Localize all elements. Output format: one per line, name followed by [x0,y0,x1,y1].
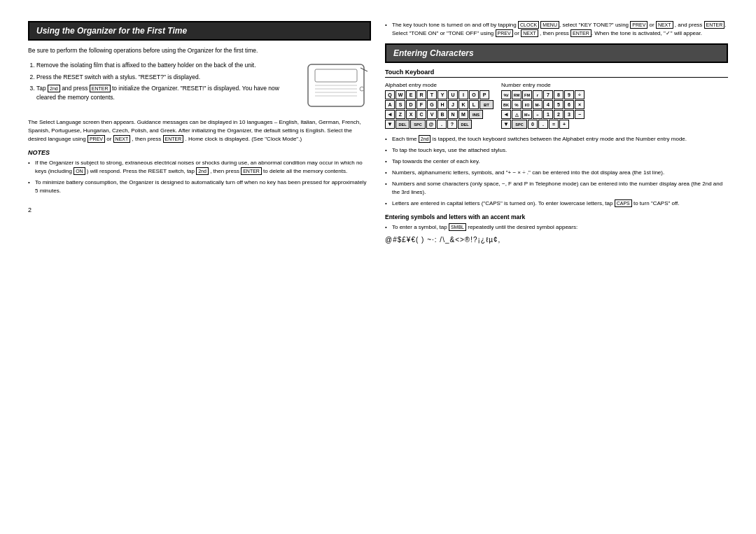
nkey-plus: + [559,120,569,129]
key-z: Z [396,110,405,119]
kb-bullet-5: Numbers and some characters (only space,… [385,180,728,197]
nkey-9: 9 [564,90,574,99]
key-left: ◄ [385,110,395,119]
key-g: G [427,100,437,109]
number-label: Number entry mode [501,82,585,88]
kbd-prev-2: PREV [630,21,648,29]
kbd-next-2: NEXT [656,21,673,29]
key-q: Q [385,90,395,99]
key-y: Y [438,90,447,99]
step-3: Tap 2nd and press ENTER to initialize th… [36,84,294,102]
page-container: Using the Organizer for the First Time B… [28,21,728,244]
right-intro-bullet-1: The key touch tone is turned on and off … [385,21,728,38]
key-del2-a: DEL [458,120,472,129]
nkey-pct2: % [512,100,522,109]
key-n: N [448,110,458,119]
intro-text: Be sure to perform the following operati… [28,46,371,55]
right-title: Entering Characters [393,48,474,58]
body-text: The Select Language screen then appears.… [28,118,371,143]
kbd-enter-2: ENTER [163,135,184,143]
nkey-minus: − [575,110,584,119]
kb-bullet-3: Tap towards the center of each key. [385,157,728,166]
key-v: V [427,110,437,119]
device-image-area [301,61,371,118]
key-o: O [469,90,479,99]
kbd-enter-1: ENTER [90,85,111,92]
symbol-row: @#$£¥€( ) ~·: /\_&<>®!?¡¿ℓµ¢, [385,236,728,244]
key-p: P [479,90,489,99]
nkey-3: 3 [564,110,574,119]
kb-bullet-1: Each time 2nd is tapped, the touch keybo… [385,135,728,143]
key-question: ? [447,120,457,129]
kbd-enter-5: ENTER [570,29,592,37]
left-section-header: Using the Organizer for the First Time [28,21,371,41]
number-keyboard: Number entry mode %/ RM FM r 7 8 9 ÷ [501,82,585,129]
alpha-label: Alphabet entry mode [385,82,494,88]
accent-section-title: Entering symbols and letters with an acc… [385,213,728,220]
kbd-2nd-3: 2nd [419,135,431,143]
key-r: R [416,90,426,99]
accent-bullet-1: To enter a symbol, tap SMBL repeatedly u… [385,223,728,232]
alpha-row-1: Q W E R T Y U I O P [385,90,494,99]
key-d: D [406,100,416,109]
key-a: A [385,100,395,109]
svg-point-6 [360,87,364,91]
nkey-0: 0 [528,120,538,129]
num-row-3: ◄ △ M+ ÷ 1 2 3 − [501,110,585,119]
kbd-smbl: SMBL [449,223,466,231]
step-1: Remove the isolating film that is affixe… [36,61,294,70]
kbd-menu: MENU [540,21,559,29]
key-dot-a: . [437,120,447,129]
key-l: L [469,100,479,109]
key-bksp: BT [479,100,493,109]
kbd-on: ON [74,167,85,175]
page-number: 2 [28,206,371,213]
nkey-left: ◄ [501,110,511,119]
nkey-8: 8 [554,90,564,99]
nkey-io: I/O [522,100,532,109]
nkey-eq: = [549,120,559,129]
keyboard-bullets: Each time 2nd is tapped, the touch keybo… [385,135,728,208]
kb-bullet-2: To tap the touch keys, use the attached … [385,146,728,155]
key-del-a: DEL [396,120,410,129]
nkey-6: 6 [564,100,574,109]
notes-title: NOTES [28,149,371,156]
key-m: M [458,110,468,119]
kbd-prev-3: PREV [496,29,513,37]
nkey-tri: △ [512,110,522,119]
nkey-m: M- [533,100,542,109]
key-e: E [406,90,416,99]
nkey-div: ÷ [575,90,584,99]
kbd-2nd: 2nd [48,85,60,92]
nkey-5: 5 [554,100,564,109]
nkey-down: ▼ [501,120,511,129]
key-s: S [396,100,405,109]
nkey-1: 1 [543,110,553,119]
alphabet-keyboard: Alphabet entry mode Q W E R T Y U I O [385,82,494,129]
kbd-clock: CLOCK [518,21,539,29]
num-row-1: %/ RM FM r 7 8 9 ÷ [501,90,585,99]
touch-keyboard-title: Touch Keyboard [385,69,728,78]
nkey-fm: FM [522,90,532,99]
key-f: F [416,100,426,109]
left-title: Using the Organizer for the First Time [36,26,187,36]
notes-list: If the Organizer is subject to strong, e… [28,159,371,195]
key-u: U [448,90,458,99]
kbd-2nd-2: 2nd [196,167,209,175]
kbd-caps: CAPS [615,199,632,207]
nkey-rm: RM [512,90,522,99]
note-1: If the Organizer is subject to strong, e… [28,159,371,176]
nkey-bk: BK [501,100,511,109]
num-row-2: BK % I/O M- 4 5 6 × [501,100,585,109]
svg-rect-1 [315,69,357,82]
kbd-next-1: NEXT [113,135,131,143]
kbd-enter-4: ENTER [704,21,725,29]
key-space-a: SPC [410,120,426,129]
touch-keyboard-section: Touch Keyboard Alphabet entry mode Q W E… [385,69,728,244]
key-w: W [396,90,405,99]
num-row-4: ▼ SPC 0 . = + [501,120,585,129]
kb-bullet-4: Numbers, alphanumeric letters, symbols, … [385,169,728,177]
number-grid: %/ RM FM r 7 8 9 ÷ BK % [501,90,585,129]
alpha-row-2: A S D F G H J K L BT [385,100,494,109]
note-2: To minimize battery consumption, the Org… [28,178,371,195]
